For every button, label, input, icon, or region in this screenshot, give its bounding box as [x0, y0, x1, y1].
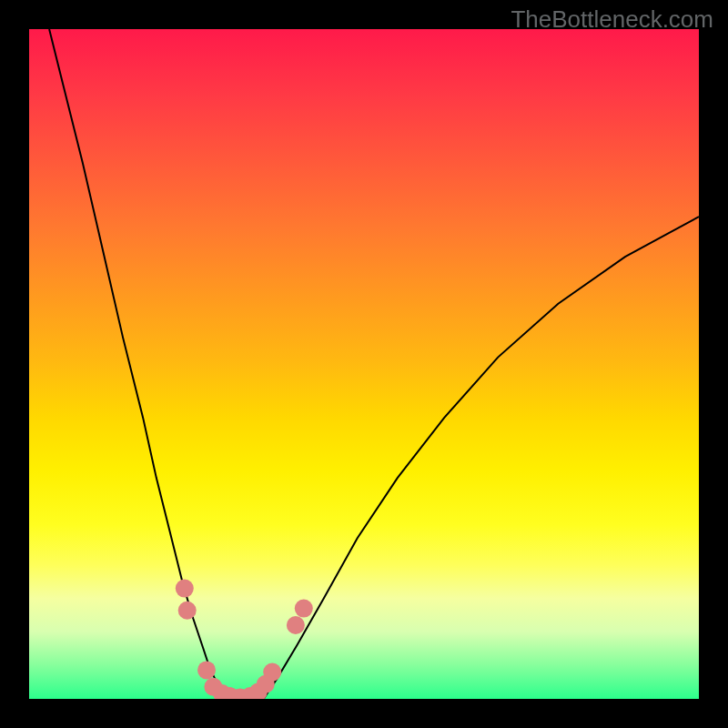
marker-point: [263, 663, 281, 682]
plot-area: [29, 29, 699, 699]
marker-point: [295, 600, 313, 618]
watermark-label: TheBottleneck.com: [511, 5, 713, 34]
marker-point: [176, 580, 194, 598]
chart-curves: [49, 29, 699, 699]
curve-left-curve: [49, 29, 230, 699]
marker-point: [197, 661, 216, 679]
chart-svg: [29, 29, 699, 699]
curve-right-curve: [264, 217, 699, 699]
marker-point: [178, 602, 197, 620]
marker-point: [287, 616, 305, 634]
chart-markers: [176, 580, 313, 699]
